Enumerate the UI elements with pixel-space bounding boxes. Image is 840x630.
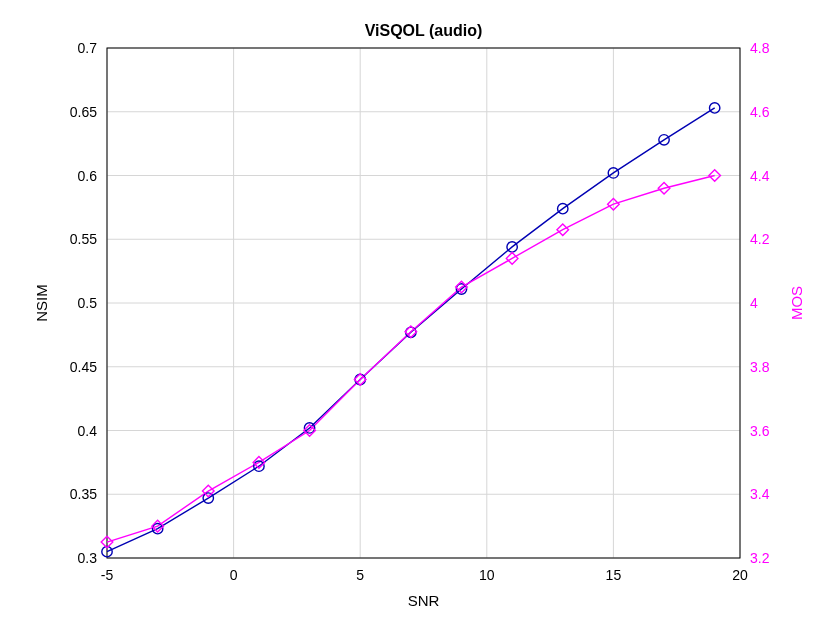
svg-text:0.65: 0.65 [70,104,97,120]
grid-horizontal [107,48,740,558]
y-left-tick-labels: 0.30.350.40.450.50.550.60.650.7 [70,40,97,566]
svg-text:0.45: 0.45 [70,359,97,375]
y-right-tick-labels: 3.23.43.63.844.24.44.64.8 [750,40,770,566]
y-left-axis-label: NSIM [33,284,50,322]
svg-text:20: 20 [732,567,748,583]
svg-text:3.4: 3.4 [750,486,770,502]
series-nsim-markers [102,103,720,557]
y-right-axis-label: MOS [788,286,805,320]
svg-text:0.6: 0.6 [78,168,98,184]
svg-text:0.55: 0.55 [70,231,97,247]
series-mos-line [107,176,715,543]
svg-text:4.8: 4.8 [750,40,770,56]
x-tick-labels: -505101520 [101,567,748,583]
svg-text:3.8: 3.8 [750,359,770,375]
svg-text:4: 4 [750,295,758,311]
svg-text:3.6: 3.6 [750,423,770,439]
chart-container: ViSQOL (audio) -505101520 0.30.350.40.45… [0,0,840,630]
svg-text:0.35: 0.35 [70,486,97,502]
series-nsim-line [107,108,715,552]
svg-text:0.5: 0.5 [78,295,98,311]
svg-text:5: 5 [356,567,364,583]
svg-text:4.6: 4.6 [750,104,770,120]
x-axis-label: SNR [408,592,440,609]
svg-text:10: 10 [479,567,495,583]
svg-text:0.7: 0.7 [78,40,98,56]
svg-text:0.3: 0.3 [78,550,98,566]
svg-text:0.4: 0.4 [78,423,98,439]
svg-text:3.2: 3.2 [750,550,770,566]
svg-text:0: 0 [230,567,238,583]
svg-text:15: 15 [606,567,622,583]
chart-title: ViSQOL (audio) [365,22,483,39]
svg-text:4.4: 4.4 [750,168,770,184]
svg-text:4.2: 4.2 [750,231,770,247]
chart-svg: ViSQOL (audio) -505101520 0.30.350.40.45… [0,0,840,630]
series-mos-markers [101,170,720,548]
svg-text:-5: -5 [101,567,114,583]
